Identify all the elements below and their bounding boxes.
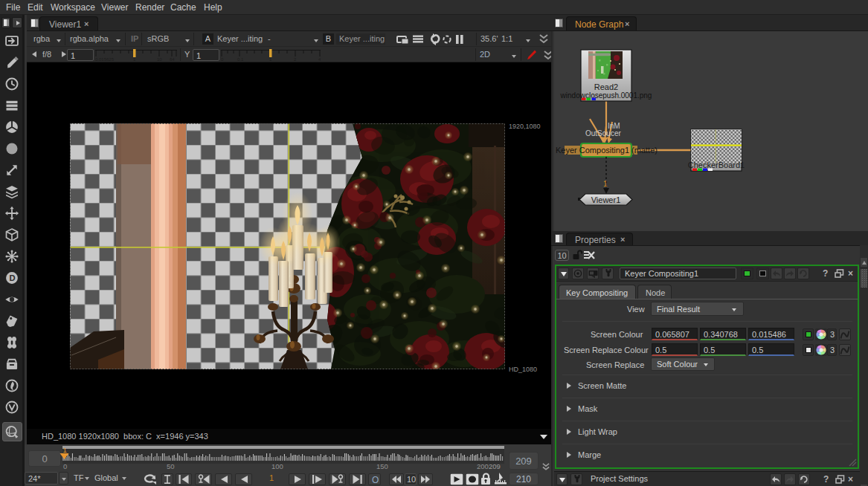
svg-text:1: 1 (269, 57, 272, 62)
svg-text:1920,1080: 1920,1080 (509, 123, 541, 130)
svg-text:64: 64 (170, 57, 175, 62)
svg-text:1: 1 (133, 57, 136, 62)
svg-text:0.015625: 0.015625 (95, 57, 115, 62)
svg-text:10: 10 (157, 57, 162, 62)
svg-text:4: 4 (318, 57, 321, 62)
svg-text:D: D (10, 273, 16, 282)
svg-text:2: 2 (294, 57, 297, 62)
svg-text:0: 0 (221, 57, 224, 62)
svg-text:Read2: Read2 (594, 82, 618, 91)
svg-text:windowclosepush.0001.png: windowclosepush.0001.png (560, 91, 652, 100)
svg-text:CheckerBoard1: CheckerBoard1 (688, 161, 745, 169)
svg-text:1: 1 (63, 446, 67, 454)
svg-text:Keyer Compositing1 (matte): Keyer Compositing1 (matte) (556, 146, 658, 155)
svg-text:OutSoucer: OutSoucer (585, 129, 621, 137)
svg-text:1: 1 (603, 180, 608, 188)
svg-text:0.1: 0.1 (237, 57, 244, 62)
svg-text:HD_1080: HD_1080 (509, 366, 537, 373)
svg-text:Viewer1: Viewer1 (591, 195, 621, 204)
